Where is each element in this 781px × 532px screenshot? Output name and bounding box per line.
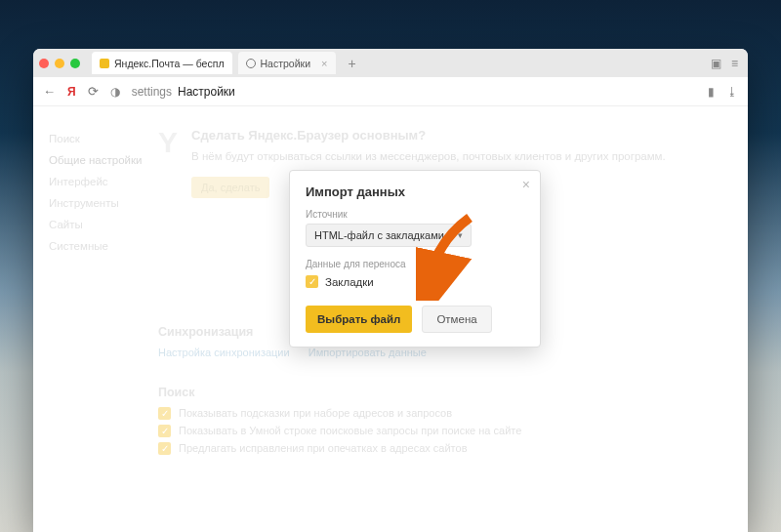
tab-label: Настройки <box>261 58 311 69</box>
bookmark-icon[interactable]: ▮ <box>708 85 715 99</box>
choose-file-button[interactable]: Выбрать файл <box>306 306 412 333</box>
tab-bar: Яндекс.Почта — беспл Настройки × + ▣ ≡ <box>33 49 748 77</box>
chevron-down-icon: ▾ <box>458 230 463 240</box>
dialog-close-button[interactable]: × <box>522 177 530 192</box>
import-dialog: × Импорт данных Источник HTML-файл с зак… <box>289 170 541 348</box>
site-info-icon[interactable]: ◑ <box>110 85 120 99</box>
window-controls[interactable] <box>39 59 80 68</box>
address-field[interactable]: settings Настройки <box>132 85 696 99</box>
bookmarks-checkbox[interactable]: ✓ <box>306 275 318 288</box>
reload-button[interactable]: ⟳ <box>88 84 99 99</box>
yandex-logo-icon[interactable]: Я <box>67 85 76 99</box>
address-host: settings <box>132 85 172 99</box>
close-window-icon[interactable] <box>39 59 49 68</box>
tab-settings[interactable]: Настройки × <box>238 52 336 74</box>
address-bar: ← Я ⟳ ◑ settings Настройки ▮ ⭳ <box>33 77 748 106</box>
gear-icon <box>246 59 256 68</box>
back-button[interactable]: ← <box>43 84 56 99</box>
yandex-mail-favicon-icon <box>100 59 109 68</box>
close-tab-icon[interactable]: × <box>321 58 327 69</box>
source-value: HTML-файл с закладками <box>314 229 444 241</box>
downloads-icon[interactable]: ⭳ <box>726 85 738 99</box>
menu-icon[interactable]: ≡ <box>731 57 738 70</box>
browser-window: Яндекс.Почта — беспл Настройки × + ▣ ≡ ←… <box>33 49 748 532</box>
dialog-title: Импорт данных <box>306 184 524 199</box>
tab-label: Яндекс.Почта — беспл <box>114 58 225 69</box>
panel-icon[interactable]: ▣ <box>711 57 721 70</box>
bookmarks-label: Закладки <box>325 276 374 288</box>
zoom-window-icon[interactable] <box>70 59 80 68</box>
source-label: Источник <box>306 209 524 220</box>
tab-mail[interactable]: Яндекс.Почта — беспл <box>92 52 232 74</box>
address-page: Настройки <box>178 85 235 99</box>
source-select[interactable]: HTML-файл с закладками ▾ <box>306 224 472 247</box>
new-tab-button[interactable]: + <box>342 54 363 73</box>
transfer-label: Данные для переноса <box>306 259 524 269</box>
minimize-window-icon[interactable] <box>55 59 64 68</box>
cancel-button[interactable]: Отмена <box>422 306 491 333</box>
